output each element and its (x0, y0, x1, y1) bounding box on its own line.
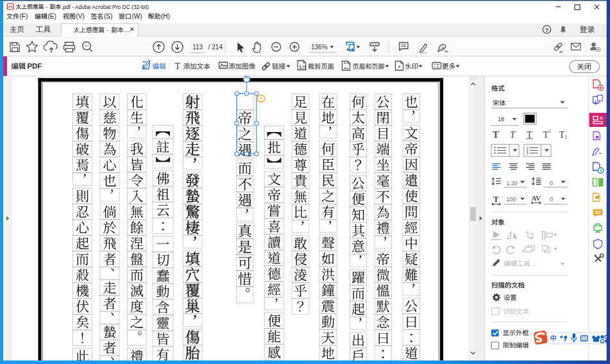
svg-text:3: 3 (527, 151, 529, 155)
svg-text:AV: AV (532, 194, 541, 202)
svg-text:18: 18 (498, 116, 504, 122)
svg-text:(S): (S) (104, 13, 112, 20)
svg-text:T: T (559, 129, 565, 140)
svg-text:0: 0 (550, 196, 553, 203)
svg-text:1: 1 (549, 129, 552, 135)
svg-text:136%: 136% (311, 44, 328, 51)
svg-text:PDF: PDF (28, 62, 42, 70)
svg-text:/ 214: / 214 (208, 44, 223, 51)
svg-text:?: ? (545, 26, 549, 33)
svg-text:1: 1 (565, 135, 568, 140)
svg-text:100: 100 (507, 196, 516, 203)
svg-text:T: T (493, 129, 499, 140)
svg-text:...: ... (530, 260, 536, 267)
svg-text:1.20: 1.20 (507, 180, 518, 186)
svg-text:(V): (V) (76, 13, 85, 20)
svg-text:T: T (527, 129, 532, 140)
svg-text:.pdf - Adobe Acrobat Pro DC (3: .pdf - Adobe Acrobat Pro DC (32-bit) (62, 4, 149, 10)
svg-text:(W): (W) (132, 13, 142, 20)
svg-text:T: T (510, 129, 516, 140)
svg-text:(F): (F) (20, 13, 28, 20)
svg-text:T: T (493, 194, 499, 204)
svg-text:-: - (46, 4, 47, 10)
svg-text:113: 113 (192, 44, 203, 51)
svg-text:T: T (543, 129, 549, 140)
svg-text:....: .... (124, 26, 131, 33)
svg-text:(E): (E) (48, 13, 56, 20)
svg-text:T: T (175, 62, 181, 71)
svg-text:(H): (H) (161, 13, 170, 20)
svg-text:0: 0 (550, 180, 553, 186)
svg-text:-: - (106, 26, 108, 33)
